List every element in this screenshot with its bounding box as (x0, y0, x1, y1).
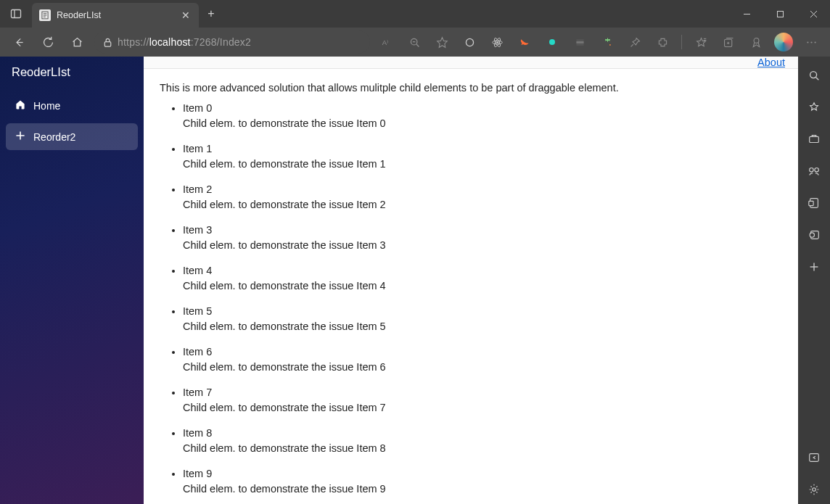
ext-circle-icon[interactable] (456, 30, 482, 54)
client-area: ReoderLIst HomeReorder2 About This is mo… (0, 57, 830, 504)
rewards-button[interactable] (743, 30, 769, 54)
app-main: About This is more advanced solution tha… (144, 57, 798, 504)
svg-point-21 (496, 41, 498, 43)
ext-swift-icon[interactable] (511, 30, 538, 54)
list-item-title: Item 4 (183, 263, 782, 278)
svg-point-49 (810, 233, 814, 237)
svg-line-29 (630, 44, 633, 46)
tab-actions-button[interactable] (0, 0, 32, 28)
window-controls (730, 0, 830, 28)
window-maximize-button[interactable] (763, 0, 797, 28)
list-item[interactable]: Item 5Child elem. to demonstrate the iss… (183, 304, 782, 334)
svg-point-17 (466, 38, 473, 46)
list-item[interactable]: Item 8Child elem. to demonstrate the iss… (183, 426, 782, 456)
list-item[interactable]: Item 4Child elem. to demonstrate the iss… (183, 263, 782, 294)
list-item[interactable]: Item 2Child elem. to demonstrate the iss… (183, 182, 782, 212)
sidebar-shopping-icon[interactable] (798, 157, 830, 186)
ext-flag-icon[interactable] (567, 30, 593, 54)
list-item-title: Item 5 (183, 304, 782, 319)
svg-rect-7 (777, 11, 783, 17)
app-topbar: About (144, 57, 798, 69)
sidebar-search-icon[interactable] (798, 61, 830, 90)
profile-avatar[interactable] (771, 30, 797, 54)
address-url: https://localhost:7268/Index2 (118, 36, 251, 48)
list-item-child: Child elem. to demonstrate the issue Ite… (183, 360, 782, 375)
more-menu-button[interactable] (798, 30, 824, 54)
sidebar-item-label: Home (33, 100, 60, 112)
svg-text:A⁾: A⁾ (382, 38, 387, 46)
read-aloud-icon[interactable]: A⁾ (374, 30, 400, 54)
list-item-title: Item 2 (183, 182, 782, 197)
list-item-child: Child elem. to demonstrate the issue Ite… (183, 157, 782, 172)
list-item-child: Child elem. to demonstrate the issue Ite… (183, 116, 782, 131)
ext-pin-icon[interactable] (622, 30, 648, 54)
page: ReoderLIst HomeReorder2 About This is mo… (0, 57, 798, 504)
sidebar-item-home[interactable]: Home (6, 92, 138, 119)
list-item[interactable]: Item 7Child elem. to demonstrate the iss… (183, 385, 782, 416)
list-item-title: Item 9 (183, 466, 782, 482)
svg-point-40 (814, 41, 815, 43)
nav-home-button[interactable] (64, 30, 90, 54)
svg-point-45 (815, 168, 818, 172)
toolbar-separator (681, 35, 682, 49)
nav-refresh-button[interactable] (35, 30, 61, 54)
window-minimize-button[interactable] (730, 0, 763, 28)
list-item-child: Child elem. to demonstrate the issue Ite… (183, 482, 782, 497)
sidebar-collapse-icon[interactable] (798, 443, 830, 472)
svg-rect-43 (810, 136, 819, 142)
list-item[interactable]: Item 0Child elem. to demonstrate the iss… (183, 101, 782, 131)
address-bar[interactable]: https://localhost:7268/Index2 (94, 30, 370, 54)
extensions-button[interactable] (649, 30, 675, 54)
svg-rect-23 (576, 41, 583, 44)
tab-close-button[interactable]: ✕ (180, 9, 192, 21)
reorder-list[interactable]: Item 0Child elem. to demonstrate the iss… (160, 101, 782, 497)
svg-line-14 (416, 44, 419, 46)
url-scheme: https:// (118, 36, 149, 48)
about-link[interactable]: About (757, 57, 785, 68)
list-item-title: Item 7 (183, 385, 782, 400)
ext-sparkle-icon[interactable] (594, 30, 620, 54)
site-info-lock-icon[interactable] (97, 37, 118, 48)
window-close-button[interactable] (797, 0, 830, 28)
svg-rect-0 (12, 10, 21, 18)
svg-line-42 (816, 78, 819, 80)
list-item[interactable]: Item 1Child elem. to demonstrate the iss… (183, 141, 782, 172)
browser-tab[interactable]: ReoderLIst ✕ (32, 3, 199, 28)
list-item-title: Item 3 (183, 223, 782, 238)
url-host: localhost (149, 36, 191, 48)
sidebar-office-icon[interactable] (798, 189, 830, 218)
favorite-star-icon[interactable] (429, 30, 455, 54)
zoom-icon[interactable] (401, 30, 427, 54)
tab-favicon (39, 9, 51, 21)
sidebar-settings-icon[interactable] (798, 475, 830, 504)
sidebar-item-reorder2[interactable]: Reorder2 (6, 123, 138, 150)
svg-marker-30 (697, 38, 705, 46)
list-item[interactable]: Item 3Child elem. to demonstrate the iss… (183, 223, 782, 253)
list-item-child: Child elem. to demonstrate the issue Ite… (183, 319, 782, 334)
list-item[interactable]: Item 6Child elem. to demonstrate the iss… (183, 344, 782, 375)
list-item-title: Item 6 (183, 344, 782, 360)
svg-rect-22 (576, 39, 583, 41)
list-item-child: Child elem. to demonstrate the issue Ite… (183, 238, 782, 253)
collections-button[interactable] (715, 30, 741, 54)
edge-sidebar (798, 57, 830, 504)
list-item-title: Item 0 (183, 101, 782, 116)
favorites-list-button[interactable] (688, 30, 714, 54)
svg-point-39 (810, 41, 812, 43)
list-item-child: Child elem. to demonstrate the issue Ite… (183, 278, 782, 294)
nav-back-button[interactable] (6, 30, 32, 54)
tab-title: ReoderLIst (57, 10, 174, 20)
intro-text: This is more advanced solution that allo… (160, 82, 782, 94)
ext-react-icon[interactable] (484, 30, 510, 54)
sidebar-tools-icon[interactable] (798, 125, 830, 154)
home-icon (15, 99, 26, 112)
new-tab-button[interactable]: + (199, 0, 223, 28)
sidebar-discover-icon[interactable] (798, 93, 830, 122)
list-item[interactable]: Item 9Child elem. to demonstrate the iss… (183, 466, 782, 497)
ext-dot1-icon[interactable] (539, 30, 565, 54)
sidebar-outlook-icon[interactable] (798, 220, 830, 249)
url-rest: :7268/Index2 (191, 36, 251, 48)
list-item-child: Child elem. to demonstrate the issue Ite… (183, 400, 782, 416)
sidebar-add-icon[interactable] (798, 252, 830, 281)
list-item-child: Child elem. to demonstrate the issue Ite… (183, 197, 782, 212)
